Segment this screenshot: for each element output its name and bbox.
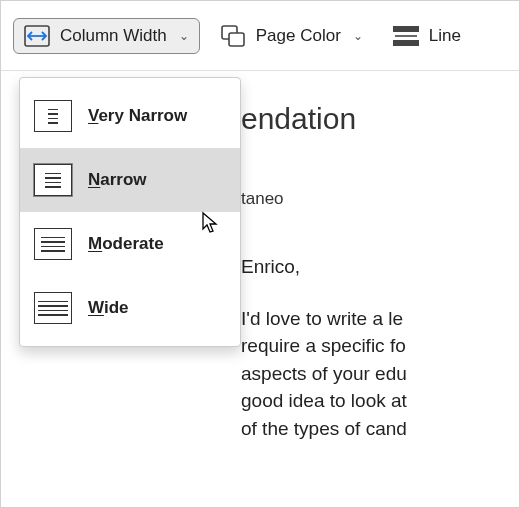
dropdown-item-label: Moderate bbox=[88, 234, 164, 254]
dropdown-item-label: Very Narrow bbox=[88, 106, 187, 126]
wide-icon bbox=[34, 292, 72, 324]
dropdown-item-label: Narrow bbox=[88, 170, 147, 190]
column-width-label: Column Width bbox=[60, 26, 167, 46]
svg-rect-5 bbox=[393, 40, 419, 46]
dropdown-item-moderate[interactable]: Moderate bbox=[20, 212, 240, 276]
document-body-line: of the types of cand bbox=[241, 415, 519, 443]
line-focus-label: Line bbox=[429, 26, 461, 46]
document-greeting: Enrico, bbox=[241, 253, 519, 281]
chevron-down-icon: ⌄ bbox=[353, 29, 363, 43]
dropdown-item-label: Wide bbox=[88, 298, 128, 318]
dropdown-item-very-narrow[interactable]: Very Narrow bbox=[20, 84, 240, 148]
document-area: endation taneo Enrico, I'd love to write… bbox=[241, 97, 519, 442]
column-width-button[interactable]: Column Width ⌄ bbox=[13, 18, 200, 54]
page-color-icon bbox=[220, 25, 246, 47]
line-focus-icon bbox=[393, 25, 419, 47]
document-body-line: I'd love to write a le bbox=[241, 305, 519, 333]
document-body-line: aspects of your edu bbox=[241, 360, 519, 388]
document-body-line: require a specific fo bbox=[241, 332, 519, 360]
narrow-icon bbox=[34, 164, 72, 196]
chevron-down-icon: ⌄ bbox=[179, 29, 189, 43]
column-width-dropdown: Very Narrow Narrow Moderate Wide bbox=[19, 77, 241, 347]
line-focus-button[interactable]: Line bbox=[383, 19, 471, 53]
page-color-button[interactable]: Page Color ⌄ bbox=[210, 19, 373, 53]
toolbar: Column Width ⌄ Page Color ⌄ Line bbox=[1, 1, 519, 71]
dropdown-item-wide[interactable]: Wide bbox=[20, 276, 240, 340]
moderate-icon bbox=[34, 228, 72, 260]
document-title: endation bbox=[241, 97, 519, 141]
very-narrow-icon bbox=[34, 100, 72, 132]
dropdown-item-narrow[interactable]: Narrow bbox=[20, 148, 240, 212]
document-body-line: good idea to look at bbox=[241, 387, 519, 415]
svg-rect-3 bbox=[229, 33, 244, 46]
column-width-icon bbox=[24, 25, 50, 47]
page-color-label: Page Color bbox=[256, 26, 341, 46]
document-author: taneo bbox=[241, 187, 519, 212]
svg-rect-4 bbox=[393, 26, 419, 32]
